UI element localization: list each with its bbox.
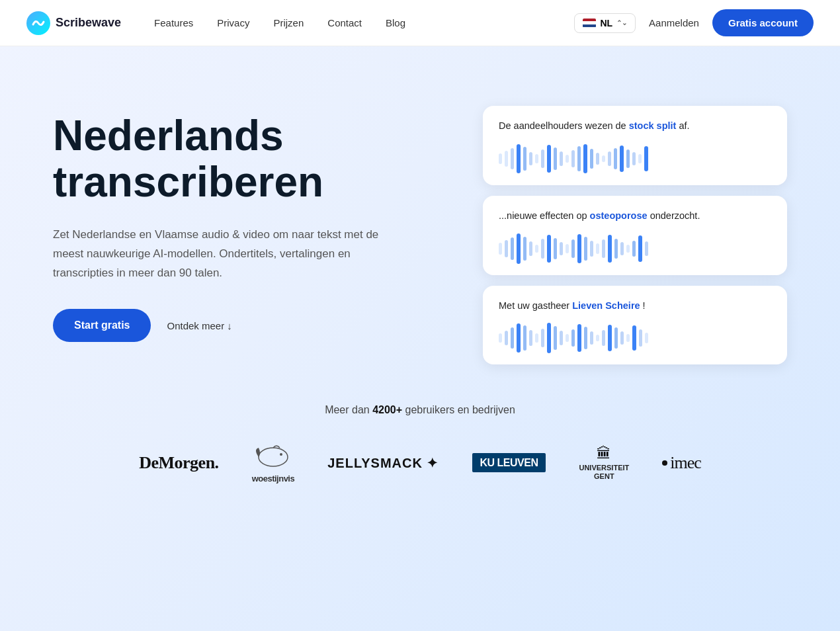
- svg-point-1: [259, 448, 288, 466]
- logo-link[interactable]: Scribewave: [26, 11, 121, 35]
- brand-woestijnvis: woestijnvis: [252, 442, 295, 484]
- start-gratis-button[interactable]: Start gratis: [53, 309, 151, 342]
- brand-jellysmack: JELLYSMACK ✦: [327, 455, 439, 471]
- audio-card-3-text: Met uw gastheer Lieven Scheire !: [499, 299, 771, 314]
- brand-ugent: 🏛 UNIVERSITEITGENT: [579, 445, 629, 481]
- brand-kuleuven: KU LEUVEN: [472, 457, 546, 469]
- flag-nl-icon: [583, 19, 596, 28]
- chevron-updown-icon: ⌃⌄: [616, 20, 627, 26]
- logo-text: Scribewave: [56, 16, 121, 30]
- nav-prijzen[interactable]: Prijzen: [273, 17, 304, 28]
- nav-blog[interactable]: Blog: [386, 17, 405, 28]
- navbar: Scribewave Features Privacy Prijzen Cont…: [0, 0, 840, 46]
- audio-card-1-text: De aandeelhouders wezen de stock split a…: [499, 119, 771, 134]
- hero-title: Nederlands transcriberen: [53, 112, 443, 206]
- nav-contact[interactable]: Contact: [327, 17, 362, 28]
- hero-subtitle: Zet Nederlandse en Vlaamse audio & video…: [53, 226, 397, 283]
- signin-link[interactable]: Aanmelden: [649, 17, 699, 28]
- brand-imec: imec: [662, 453, 701, 473]
- brand-demorgen: DeMorgen.: [139, 453, 218, 473]
- nav-links: Features Privacy Prijzen Contact Blog: [154, 17, 574, 28]
- jellysmack-logo: JELLYSMACK ✦: [327, 456, 439, 470]
- nav-features[interactable]: Features: [154, 17, 193, 28]
- ugent-icon: 🏛: [597, 445, 611, 462]
- imec-logo: imec: [670, 453, 701, 473]
- cta-button[interactable]: Gratis account: [712, 9, 814, 36]
- waveform-3: [499, 322, 771, 354]
- discover-more-button[interactable]: Ontdek meer ↓: [167, 320, 231, 331]
- waveform-2: [499, 233, 771, 265]
- brand-logos-row: DeMorgen. woestijnvis JELLYSMACK ✦ KU LE…: [26, 442, 814, 510]
- audio-card-2-text: ...nieuwe effecten op osteoporose onderz…: [499, 209, 771, 224]
- hero-left: Nederlands transcriberen Zet Nederlandse…: [53, 99, 443, 342]
- hero-right: De aandeelhouders wezen de stock split a…: [483, 99, 787, 364]
- nav-right: NL ⌃⌄ Aanmelden Gratis account: [574, 9, 814, 36]
- social-proof-text: Meer dan 4200+ gebruikers en bedrijven: [26, 404, 814, 416]
- language-selector[interactable]: NL ⌃⌄: [574, 13, 636, 33]
- lang-label: NL: [600, 18, 612, 28]
- svg-point-2: [280, 453, 282, 456]
- demorgen-logo: DeMorgen.: [139, 453, 218, 472]
- hero-actions: Start gratis Ontdek meer ↓: [53, 309, 443, 342]
- waveform-1: [499, 143, 771, 175]
- hero-section: Nederlands transcriberen Zet Nederlandse…: [0, 46, 840, 391]
- audio-card-2: ...nieuwe effecten op osteoporose onderz…: [483, 196, 787, 275]
- woestijnvis-icon: [253, 442, 293, 472]
- logo-icon: [26, 11, 50, 35]
- kuleuven-logo: KU LEUVEN: [472, 453, 546, 472]
- audio-card-3: Met uw gastheer Lieven Scheire !: [483, 286, 787, 365]
- audio-card-1: De aandeelhouders wezen de stock split a…: [483, 106, 787, 185]
- imec-dot-icon: [662, 460, 667, 466]
- ugent-logo: UNIVERSITEITGENT: [579, 464, 629, 481]
- nav-privacy[interactable]: Privacy: [217, 17, 249, 28]
- social-proof-section: Meer dan 4200+ gebruikers en bedrijven D…: [0, 391, 840, 510]
